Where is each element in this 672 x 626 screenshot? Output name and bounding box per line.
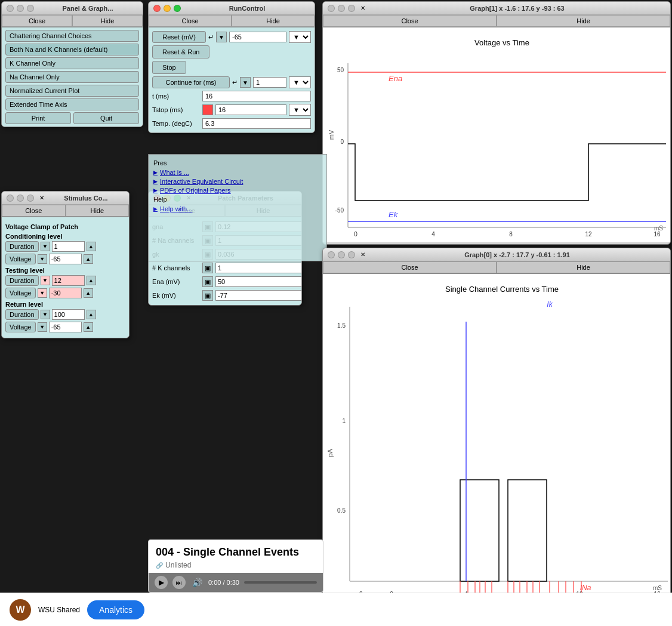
cond-duration-up[interactable]: ▲ — [87, 242, 96, 251]
tstop-checkbox[interactable] — [202, 104, 213, 115]
reset-button[interactable]: Reset (mV) — [152, 31, 206, 43]
graph0-ytick-1.5: 1.5 — [337, 322, 346, 329]
stim-close-button[interactable]: Close — [2, 205, 66, 217]
cond-voltage-btn[interactable]: Voltage — [5, 254, 36, 264]
graph0-chart-title: Single Channel Currents vs Time — [445, 285, 559, 294]
tstop-input[interactable] — [215, 104, 286, 115]
run-min-light[interactable] — [164, 5, 171, 12]
return-voltage-up[interactable]: ▲ — [84, 322, 93, 332]
graph1-ytick-50n: -50 — [335, 207, 344, 214]
close-light[interactable] — [7, 5, 14, 12]
ena-btn[interactable]: ▣ — [202, 276, 213, 287]
run-close-hide-bar: Close Hide — [149, 15, 315, 27]
continue-down-arrow[interactable]: ▼ — [240, 77, 251, 88]
overlay-link-pdfs[interactable]: PDFs of Original Papers — [153, 187, 322, 194]
ek-btn[interactable]: ▣ — [202, 290, 213, 301]
continue-input[interactable] — [253, 77, 286, 88]
run-close-light[interactable] — [153, 5, 161, 12]
run-max-light[interactable] — [174, 5, 181, 12]
run-hide-button[interactable]: Hide — [232, 15, 315, 27]
reset-unit-select[interactable]: ▼ — [289, 31, 311, 43]
return-duration-up[interactable]: ▲ — [87, 310, 96, 319]
media-progress-bar[interactable] — [244, 581, 317, 584]
test-duration-arrow[interactable]: ▼ — [41, 276, 50, 285]
cond-voltage-input[interactable] — [49, 254, 82, 264]
graph1-svg: mV 50 0 -50 0 4 8 12 16 mS Voltage vs Ti… — [323, 27, 670, 242]
continue-button[interactable]: Continue for (ms) — [152, 76, 230, 88]
return-duration-btn[interactable]: Duration — [5, 309, 39, 320]
k-channels-input[interactable] — [215, 263, 302, 273]
play-button[interactable]: ▶ — [155, 576, 168, 589]
reset-down-arrow[interactable]: ▼ — [216, 32, 227, 42]
g1-min-light[interactable] — [338, 5, 345, 12]
volume-icon[interactable]: 🔊 — [190, 576, 204, 589]
cond-voltage-up[interactable]: ▲ — [84, 254, 93, 264]
g0-min-light[interactable] — [338, 251, 345, 258]
cond-duration-btn[interactable]: Duration — [5, 241, 39, 252]
g0-close-light[interactable] — [328, 251, 335, 258]
run-control-window: RunControl Close Hide Reset (mV) ↵ ▼ ▼ R… — [148, 1, 315, 133]
na-channel-button[interactable]: Na Channel Only — [5, 71, 139, 83]
tstop-unit-select[interactable]: ▼ — [289, 104, 311, 116]
graph1-ylabel: mV — [328, 129, 335, 140]
t-input[interactable] — [202, 91, 311, 101]
reset-run-button[interactable]: Reset & Run — [152, 45, 209, 58]
test-duration-btn[interactable]: Duration — [5, 275, 39, 286]
overlay-help-link[interactable]: Help with... — [153, 205, 322, 212]
graph1-close-button[interactable]: Close — [323, 15, 497, 27]
overlay-link-what[interactable]: What is ... — [153, 169, 322, 176]
cond-duration-arrow[interactable]: ▼ — [41, 242, 50, 251]
g1-close-light[interactable] — [328, 5, 335, 12]
test-voltage-arrow[interactable]: ▼ — [38, 288, 47, 298]
return-duration-input[interactable] — [52, 309, 85, 320]
test-duration-up[interactable]: ▲ — [87, 276, 96, 285]
g1-max-light[interactable] — [348, 5, 355, 12]
graph0-close-button[interactable]: Close — [323, 261, 497, 273]
panel-hide-button[interactable]: Hide — [72, 15, 143, 27]
overlay-panel: Pres What is ... Interactive Equivalent … — [148, 154, 327, 261]
panel-close-button[interactable]: Close — [2, 15, 72, 27]
stim-close-light[interactable] — [7, 195, 14, 202]
test-voltage-input[interactable] — [49, 288, 82, 298]
stim-min-light[interactable] — [17, 195, 24, 202]
return-voltage-arrow[interactable]: ▼ — [38, 322, 47, 332]
extended-time-button[interactable]: Extended Time Axis — [5, 98, 139, 110]
return-voltage-input[interactable] — [49, 322, 82, 332]
stop-button[interactable]: Stop — [152, 61, 186, 74]
graph0-hide-button[interactable]: Hide — [497, 261, 670, 273]
stim-max-light[interactable] — [27, 195, 34, 202]
max-light[interactable] — [27, 5, 34, 12]
cond-voltage-arrow[interactable]: ▼ — [38, 254, 47, 264]
g0-max-light[interactable] — [348, 251, 355, 258]
ena-input[interactable] — [215, 276, 302, 287]
run-close-button[interactable]: Close — [149, 15, 232, 27]
overlay-link-circuit[interactable]: Interactive Equivalent Circuit — [153, 178, 322, 185]
return-duration-row: Duration ▼ ▲ — [5, 309, 125, 320]
test-voltage-up[interactable]: ▲ — [84, 288, 93, 298]
norm-current-button[interactable]: Normalized Current Plot — [5, 85, 139, 97]
return-voltage-btn[interactable]: Voltage — [5, 322, 36, 332]
return-duration-arrow[interactable]: ▼ — [41, 310, 50, 319]
analytics-button[interactable]: Analytics — [87, 600, 144, 619]
quit-button[interactable]: Quit — [73, 112, 139, 124]
cond-duration-input[interactable] — [52, 241, 85, 252]
graph1-hide-button[interactable]: Hide — [497, 15, 670, 27]
graph0-title: Graph[0] x -2.7 : 17.7 y -0.61 : 1.91 — [369, 251, 665, 258]
ek-input[interactable] — [215, 290, 302, 301]
graph1-voltage-waveform — [348, 144, 666, 201]
reset-value-input[interactable] — [229, 32, 286, 42]
k-channels-btn[interactable]: ▣ — [202, 263, 213, 273]
test-voltage-btn[interactable]: Voltage — [5, 288, 36, 298]
both-na-k-button[interactable]: Both Na and K Channels (default) — [5, 44, 139, 55]
run-content: Reset (mV) ↵ ▼ ▼ Reset & Run Stop Contin… — [149, 27, 315, 132]
continue-unit-select[interactable]: ▼ — [289, 76, 311, 88]
next-button[interactable]: ⏭ — [172, 576, 186, 589]
temp-input[interactable] — [202, 118, 311, 129]
overlay-content: Pres What is ... Interactive Equivalent … — [149, 155, 326, 219]
test-duration-input[interactable] — [52, 275, 85, 286]
min-light[interactable] — [17, 5, 24, 12]
chattering-button[interactable]: Chattering Channel Choices — [5, 30, 139, 42]
k-channel-button[interactable]: K Channel Only — [5, 57, 139, 69]
stim-hide-button[interactable]: Hide — [66, 205, 130, 217]
print-button[interactable]: Print — [5, 112, 71, 124]
